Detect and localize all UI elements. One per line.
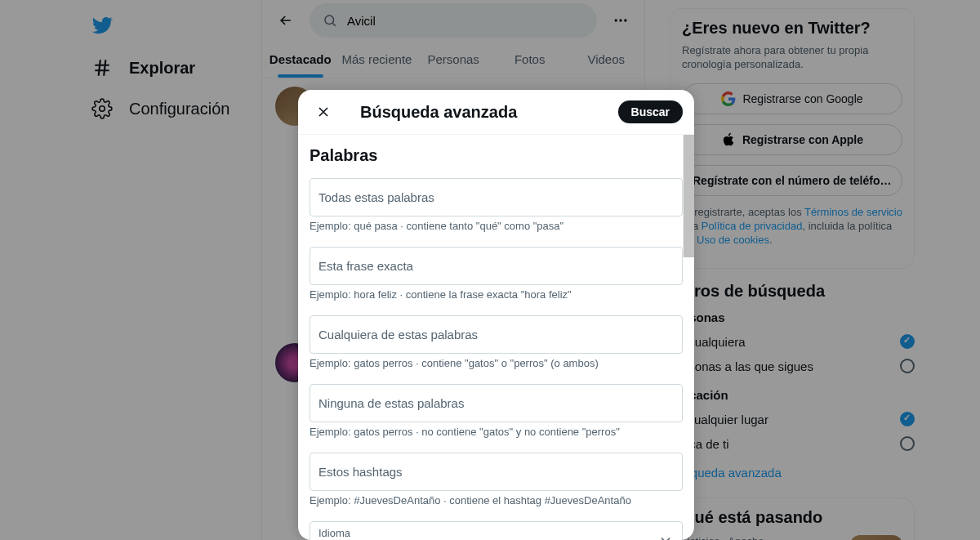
none-words-input[interactable]: Ninguna de estas palabras: [310, 384, 683, 422]
exact-phrase-hint: Ejemplo: hora feliz · contiene la frase …: [310, 288, 683, 301]
modal-title: Búsqueda avanzada: [360, 103, 595, 122]
none-words-hint: Ejemplo: gatos perros · no contiene "gat…: [310, 426, 683, 438]
hashtags-input[interactable]: Estos hashtags: [310, 453, 683, 491]
words-heading: Palabras: [310, 146, 683, 165]
exact-phrase-input[interactable]: Esta frase exacta: [310, 247, 683, 285]
chevron-down-icon: [657, 532, 674, 540]
any-words-hint: Ejemplo: gatos perros · contiene "gatos"…: [310, 357, 683, 369]
any-words-input[interactable]: Cualquiera de estas palabras: [310, 315, 683, 354]
language-label: Idioma: [318, 527, 411, 539]
all-words-hint: Ejemplo: qué pasa · contiene tanto "qué"…: [310, 220, 683, 232]
advanced-search-modal: Búsqueda avanzada Buscar Palabras Todas …: [298, 90, 694, 540]
hashtags-hint: Ejemplo: #JuevesDeAntaño · contiene el h…: [310, 494, 683, 507]
close-button[interactable]: [310, 98, 337, 126]
language-select[interactable]: Idioma Cualquier idioma: [310, 521, 683, 540]
modal-search-button[interactable]: Buscar: [618, 100, 683, 123]
all-words-input[interactable]: Todas estas palabras: [310, 178, 683, 216]
scrollbar[interactable]: [683, 135, 694, 257]
close-icon: [315, 104, 332, 120]
